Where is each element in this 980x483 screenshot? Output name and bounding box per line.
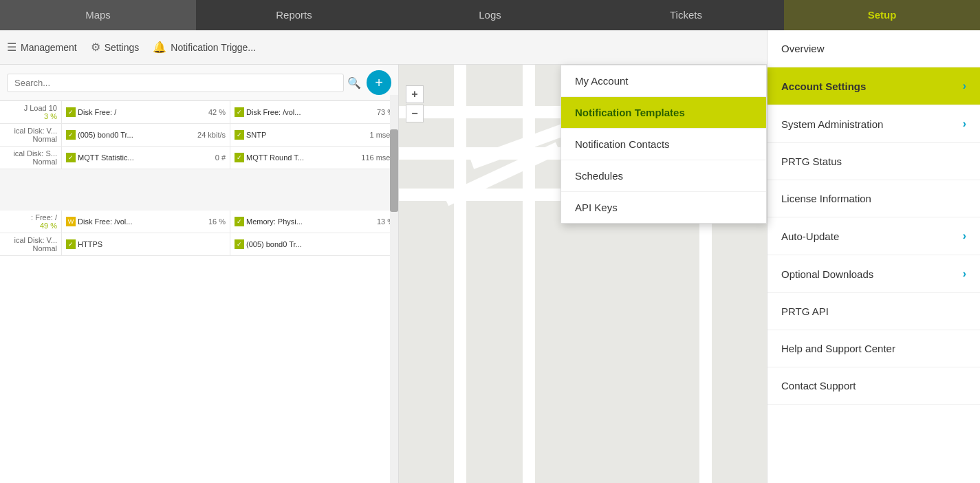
sidebar-item-prtg-api[interactable]: PRTG API: [767, 293, 980, 330]
device-name-memory: Memory: Physi...: [246, 217, 375, 226]
chevron-icon-account-settings: ›: [963, 80, 966, 92]
sidebar-item-optional-downloads[interactable]: Optional Downloads ›: [767, 255, 980, 293]
sidebar-label-prtg-status: PRTG Status: [781, 155, 842, 167]
zoom-controls: + −: [406, 85, 424, 122]
status-check-bond: ✓: [66, 130, 76, 140]
toolbar: ☰ Management ⚙ Settings 🔔 Notification T…: [0, 30, 767, 65]
sidebar-label-contact-support: Contact Support: [781, 380, 856, 391]
device-cell-mqtt-round[interactable]: ✓ MQTT Round T... 116 msec: [230, 147, 398, 169]
device-value-mqtt-round: 116 msec: [361, 153, 394, 162]
device-status-ical3: Normal: [33, 244, 57, 253]
status-check-green2: ✓: [235, 107, 244, 117]
sidebar-item-contact-support[interactable]: Contact Support: [767, 367, 980, 405]
device-cell-disk-vol[interactable]: W Disk Free: /vol... 16 %: [62, 211, 230, 233]
device-cell-load: J Load 10 3 %: [0, 101, 62, 123]
dropdown-api-keys[interactable]: API Keys: [561, 192, 766, 223]
device-cell-memory[interactable]: ✓ Memory: Physi... 13 %: [230, 211, 398, 233]
dropdown-notification-templates[interactable]: Notification Templates: [561, 97, 766, 129]
device-name-mqtt-round: MQTT Round T...: [246, 153, 359, 162]
device-row-2: ical Disk: V... Normal ✓ (005) bond0 Tr.…: [0, 124, 398, 147]
sidebar-item-account-settings[interactable]: Account Settings ›: [767, 67, 980, 105]
search-input[interactable]: [7, 74, 344, 92]
dropdown-menu: My Account Notification Templates Notifi…: [560, 65, 767, 224]
notification-triggers-nav[interactable]: 🔔 Notification Trigge...: [153, 41, 256, 54]
nav-logs[interactable]: Logs: [392, 0, 588, 30]
status-check-https: ✓: [66, 239, 76, 249]
device-value-mqtt-stat: 0 #: [215, 153, 226, 162]
device-cell-ical2: ical Disk: S... Normal: [0, 147, 62, 169]
dropdown-schedules[interactable]: Schedules: [561, 160, 766, 192]
status-check-memory: ✓: [235, 217, 244, 226]
settings-label: Settings: [105, 42, 140, 53]
device-name-mqtt-stat: MQTT Statistic...: [78, 153, 213, 162]
management-nav[interactable]: ☰ Management: [7, 41, 77, 54]
device-name-ical1: ical Disk: V...: [14, 127, 57, 135]
status-check-green: ✓: [66, 107, 76, 117]
device-status-ical1: Normal: [33, 135, 57, 143]
sidebar-label-license: License Information: [781, 193, 871, 204]
chevron-icon-auto-update: ›: [963, 230, 966, 242]
sidebar-label-optional-downloads: Optional Downloads: [781, 268, 873, 280]
nav-tickets[interactable]: Tickets: [588, 0, 784, 30]
dropdown-my-account[interactable]: My Account: [561, 65, 766, 97]
device-name-disk2: Disk Free: /vol...: [246, 108, 375, 116]
gear-icon: ⚙: [91, 41, 100, 54]
add-button[interactable]: +: [367, 70, 391, 95]
dropdown-notification-contacts[interactable]: Notification Contacts: [561, 129, 766, 160]
status-check-yellow: W: [66, 217, 76, 226]
sidebar-item-system-admin[interactable]: System Administration ›: [767, 105, 980, 143]
device-row-4: : Free: / 49 % W Disk Free: /vol... 16 %…: [0, 211, 398, 233]
device-cell-bond[interactable]: ✓ (005) bond0 Tr... 24 kbit/s: [62, 124, 230, 146]
device-name-sntp: SNTP: [246, 131, 368, 139]
bell-icon: 🔔: [153, 41, 166, 54]
device-value-load: 3 %: [44, 112, 57, 120]
sidebar-item-help-support[interactable]: Help and Support Center: [767, 330, 980, 367]
nav-setup[interactable]: Setup: [784, 0, 980, 30]
settings-nav[interactable]: ⚙ Settings: [91, 41, 140, 54]
main-area: ☰ Management ⚙ Settings 🔔 Notification T…: [0, 30, 980, 483]
device-name-ical3: ical Disk: V...: [14, 236, 57, 244]
sidebar-item-license[interactable]: License Information: [767, 180, 980, 217]
device-value-disk1: 42 %: [208, 108, 226, 116]
device-cell-mqtt-stat[interactable]: ✓ MQTT Statistic... 0 #: [62, 147, 230, 169]
device-name-ical2: ical Disk: S...: [13, 149, 57, 158]
chevron-icon-system-admin: ›: [963, 118, 966, 130]
device-row-3: ical Disk: S... Normal ✓ MQTT Statistic.…: [0, 147, 398, 169]
status-check-sntp: ✓: [235, 130, 244, 140]
scrollbar-thumb: [390, 129, 398, 212]
sliders-icon: ☰: [7, 41, 17, 54]
sidebar-label-account-settings: Account Settings: [781, 80, 866, 92]
search-bar: 🔍 +: [0, 65, 398, 101]
device-value-bond: 24 kbit/s: [197, 131, 226, 139]
top-navigation: Maps Reports Logs Tickets Setup: [0, 0, 980, 30]
scrollbar[interactable]: [390, 95, 398, 483]
sidebar-item-auto-update[interactable]: Auto-Update ›: [767, 217, 980, 255]
device-name-bond2: (005) bond0 Tr...: [246, 240, 392, 248]
device-cell-sntp[interactable]: ✓ SNTP 1 msec: [230, 124, 398, 146]
sidebar-label-prtg-api: PRTG API: [781, 305, 829, 317]
sidebar-overview[interactable]: Overview: [767, 30, 980, 67]
sidebar-item-prtg-status[interactable]: PRTG Status: [767, 143, 980, 180]
device-cell-disk1[interactable]: ✓ Disk Free: / 42 %: [62, 101, 230, 123]
device-cell-https[interactable]: ✓ HTTPS: [62, 233, 230, 255]
device-name-bond: (005) bond0 Tr...: [78, 131, 195, 139]
device-value-free: 49 %: [40, 222, 57, 230]
status-check-mqtt-stat: ✓: [66, 153, 76, 162]
device-cell-ical3: ical Disk: V... Normal: [0, 233, 62, 255]
device-cell-disk2[interactable]: ✓ Disk Free: /vol... 73 %: [230, 101, 398, 123]
search-button[interactable]: 🔍: [347, 76, 361, 89]
device-cell-free: : Free: / 49 %: [0, 211, 62, 233]
zoom-out-button[interactable]: −: [406, 105, 424, 122]
device-name-disk-vol: Disk Free: /vol...: [78, 217, 206, 226]
nav-maps[interactable]: Maps: [0, 0, 196, 30]
chevron-icon-optional-downloads: ›: [963, 268, 966, 280]
device-name-free: : Free: /: [31, 213, 57, 222]
sidebar-label-auto-update: Auto-Update: [781, 230, 839, 242]
zoom-in-button[interactable]: +: [406, 85, 424, 103]
device-cell-bond2[interactable]: ✓ (005) bond0 Tr...: [230, 233, 398, 255]
notification-triggers-label: Notification Trigge...: [171, 42, 256, 53]
device-name-load: J Load 10: [24, 104, 57, 112]
sidebar-label-help-support: Help and Support Center: [781, 343, 895, 354]
nav-reports[interactable]: Reports: [196, 0, 392, 30]
device-row-5: ical Disk: V... Normal ✓ HTTPS ✓ (005) b…: [0, 233, 398, 256]
